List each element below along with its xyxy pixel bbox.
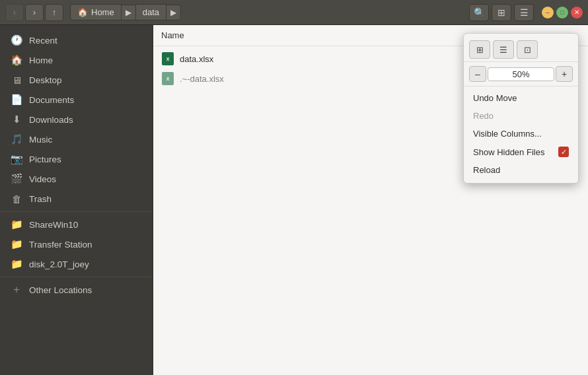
menu-item-show-hidden[interactable]: Show Hidden Files ✓ — [464, 143, 578, 161]
sidebar-item-other[interactable]: + Other Locations — [0, 280, 153, 300]
file-name-hidden-xlsx: .~-data.xlsx — [180, 74, 224, 84]
breadcrumb-separator: ▶ — [122, 5, 136, 20]
breadcrumb-home[interactable]: 🏠 Home — [70, 4, 122, 20]
close-button[interactable]: ✕ — [571, 7, 583, 18]
sidebar-divider-2 — [0, 277, 153, 277]
pictures-icon: 📷 — [11, 153, 22, 165]
sidebar-item-documents[interactable]: 📄 Documents — [0, 90, 153, 110]
menu-item-visible-columns[interactable]: Visible Columns... — [464, 125, 578, 143]
zoom-row: – 50% + — [464, 63, 578, 86]
sidebar-label-home: Home — [29, 55, 53, 65]
grid-view-btn[interactable]: ⊞ — [469, 40, 490, 59]
menu-button[interactable]: ☰ — [514, 4, 534, 21]
sidebar-item-downloads[interactable]: ⬇ Downloads — [0, 110, 153, 129]
downloads-icon: ⬇ — [11, 114, 22, 125]
minimize-button[interactable]: – — [542, 7, 554, 18]
view-icons-row: ⊞ ☰ ⊡ — [464, 38, 578, 62]
titlebar-actions: 🔍 ⊞ ☰ — [469, 4, 534, 21]
sidebar-label-desktop: Desktop — [29, 75, 62, 85]
grid-view-button[interactable]: ⊞ — [492, 4, 511, 21]
breadcrumb-arrow[interactable]: ▶ — [166, 5, 181, 20]
search-button[interactable]: 🔍 — [469, 4, 489, 21]
titlebar: ‹ › ↑ 🏠 Home ▶ data ▶ 🔍 ⊞ ☰ – □ ✕ — [0, 0, 588, 25]
breadcrumb: 🏠 Home ▶ data ▶ — [70, 4, 466, 20]
back-button[interactable]: ‹ — [5, 4, 24, 21]
show-hidden-checkmark: ✓ — [558, 147, 569, 157]
dropdown-menu: ⊞ ☰ ⊡ – 50% + Undo Move Redo Visible Col… — [463, 33, 579, 184]
forward-button[interactable]: › — [25, 4, 44, 21]
sidebar-item-disk[interactable]: 📁 disk_2.0T_joey — [0, 254, 153, 274]
other-icon: + — [11, 284, 22, 296]
documents-icon: 📄 — [11, 94, 22, 106]
trash-icon: 🗑 — [11, 193, 22, 205]
zoom-in-btn[interactable]: + — [556, 66, 573, 82]
file-name-data-xlsx: data.xlsx — [180, 54, 213, 64]
sidebar-label-transfer: Transfer Station — [29, 240, 92, 250]
nav-buttons: ‹ › ↑ — [5, 4, 63, 21]
sidebar-label-disk: disk_2.0T_joey — [29, 259, 89, 269]
menu-item-undo[interactable]: Undo Move — [464, 89, 578, 107]
zoom-value: 50% — [488, 67, 554, 81]
sidebar-label-other: Other Locations — [29, 285, 92, 295]
menu-item-reload[interactable]: Reload — [464, 161, 578, 179]
music-icon: 🎵 — [11, 133, 22, 145]
home-icon: 🏠 — [11, 54, 22, 66]
sidebar-divider-1 — [0, 211, 153, 212]
zoom-out-btn[interactable]: – — [469, 66, 486, 82]
sidebar-item-desktop[interactable]: 🖥 Desktop — [0, 70, 153, 90]
sidebar-label-trash: Trash — [29, 194, 52, 204]
desktop-icon: 🖥 — [11, 74, 22, 86]
sidebar-label-sharewin10: ShareWin10 — [29, 220, 78, 230]
sidebar-item-pictures[interactable]: 📷 Pictures — [0, 149, 153, 169]
disk-icon: 📁 — [11, 258, 22, 270]
sidebar-item-sharewin10[interactable]: 📁 ShareWin10 — [0, 215, 153, 234]
sidebar-label-documents: Documents — [29, 95, 74, 105]
sidebar-label-downloads: Downloads — [29, 115, 73, 125]
sidebar-item-transfer[interactable]: 📁 Transfer Station — [0, 234, 153, 254]
sidebar: 🕐 Recent 🏠 Home 🖥 Desktop 📄 Documents ⬇ … — [0, 25, 153, 375]
breadcrumb-current[interactable]: data — [136, 4, 166, 20]
videos-icon: 🎬 — [11, 173, 22, 185]
sidebar-label-pictures: Pictures — [29, 154, 61, 164]
breadcrumb-home-label: Home — [91, 7, 114, 17]
transfer-icon: 📁 — [11, 238, 22, 250]
xlsx-hidden-icon: X — [161, 72, 174, 85]
preview-view-btn[interactable]: ⊡ — [517, 40, 538, 59]
home-icon: 🏠 — [77, 7, 88, 17]
sidebar-item-recent[interactable]: 🕐 Recent — [0, 30, 153, 50]
sidebar-item-music[interactable]: 🎵 Music — [0, 129, 153, 149]
sidebar-item-videos[interactable]: 🎬 Videos — [0, 169, 153, 189]
up-button[interactable]: ↑ — [45, 4, 63, 21]
recent-icon: 🕐 — [11, 34, 22, 46]
sharewin10-icon: 📁 — [11, 219, 22, 230]
window-controls: – □ ✕ — [542, 7, 583, 18]
sidebar-item-trash[interactable]: 🗑 Trash — [0, 189, 153, 209]
menu-item-redo: Redo — [464, 107, 578, 125]
xlsx-icon: X — [161, 52, 174, 65]
maximize-button[interactable]: □ — [556, 7, 568, 18]
sidebar-item-home[interactable]: 🏠 Home — [0, 50, 153, 70]
sidebar-label-music: Music — [29, 135, 52, 145]
sidebar-label-recent: Recent — [29, 36, 57, 46]
sidebar-label-videos: Videos — [29, 174, 56, 184]
list-view-btn[interactable]: ☰ — [493, 40, 514, 59]
